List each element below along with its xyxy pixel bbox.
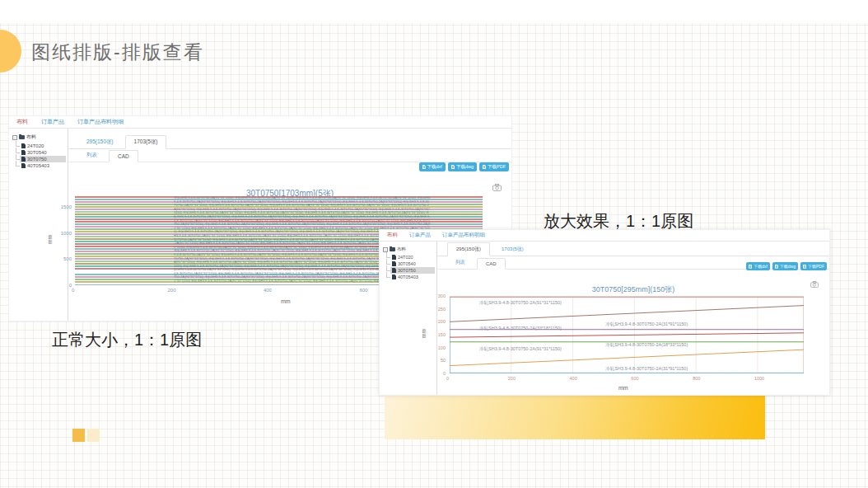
tree-root-label: 布料 [26,134,36,141]
tree-item-24T020[interactable]: 24T020 [20,143,66,149]
y-tick-label: 500 [63,256,72,261]
part-label: 冷轧SH3.9-4.8-30T0750-2A(91*31*1150) [479,346,562,351]
caption-zoom-effect: 放大效果，1：1原图 [544,210,693,232]
file-download-icon [749,265,752,269]
download-buttons: 下载dxf下载dwg下载PDF [746,262,827,270]
caption-normal-size: 正常大小，1：1原图 [52,329,202,351]
size-tab-0[interactable]: 295(150张) [78,136,122,148]
folder-icon [390,247,395,251]
page-title: 图纸排版-排版查看 [31,40,204,65]
file-icon [392,261,396,266]
main-tab-0[interactable]: 布料 [387,232,398,239]
y-tick-label: 1500 [61,204,72,209]
main-tab-2[interactable]: 订单产品布料明细 [442,232,485,239]
x-tick-label: 0 [72,288,74,293]
file-download-icon [451,165,455,169]
download-button-label: 下载PDF [808,264,824,269]
file-download-icon [803,265,806,269]
tree-item-40T05403[interactable]: 40T05403 [390,274,435,280]
tree-root-row[interactable]: −布料 [12,134,66,141]
app-window-zoomed: 布料订单产品订单产品布料明细 −布料24T02030T054030T075040… [379,229,830,396]
x-tick-label: 800 [693,376,700,381]
part-label: 冷轧SH3.9-4.8-30T0750-2A(33*18*1150) [479,326,562,331]
y-tick-label: 1000 [61,231,72,236]
file-icon [392,255,396,260]
y-tick-label: 300 [438,293,446,298]
tree-item-40T05403[interactable]: 40T05403 [20,162,66,169]
file-icon [392,268,396,273]
download-button-label: 下载dwg [456,164,474,170]
collapse-minus-icon[interactable]: − [383,247,388,252]
download-button-0[interactable]: 下载dxf [746,262,770,270]
download-button-label: 下载dxf [754,264,768,269]
tree-item-30T0540[interactable]: 30T0540 [20,149,66,156]
download-button-2[interactable]: 下载PDF [479,162,509,171]
view-tab-0[interactable]: 列表 [447,256,474,269]
deco-square-dark [72,429,85,442]
download-button-label: 下载dwg [780,264,796,269]
series-line [450,333,804,337]
y-axis-ticks: 050010001500 [54,196,73,285]
y-axis-unit: mm [47,235,53,245]
main-tab-2[interactable]: 订单产品布料明细 [77,118,124,126]
y-tick-label: 100 [438,345,446,350]
tree-item-30T0750[interactable]: 30T0750 [20,156,66,162]
file-icon [21,143,26,148]
main-tab-1[interactable]: 订单产品 [41,118,64,126]
x-tick-label: 0 [446,376,449,381]
x-tick-label: 200 [167,288,175,293]
top-white-band [0,0,868,23]
tree-item-label: 40T05403 [27,163,49,168]
download-buttons: 下载dxf下载dwg下载PDF [419,162,509,171]
download-button-0[interactable]: 下载dxf [419,162,446,171]
x-tick-label: 1000 [754,376,764,381]
y-tick-label: 150 [438,332,446,337]
size-tabs: 295(150张)1703(5张) [68,129,511,149]
y-tick-label: 200 [438,319,446,324]
y-tick-label: 0 [443,371,446,376]
download-button-2[interactable]: 下载PDF [800,262,827,270]
tree-item-label: 30T0750 [398,268,416,273]
yellow-gradient-bar [385,394,765,439]
view-tab-0[interactable]: 列表 [78,149,105,162]
tree-item-label: 24T020 [398,255,413,260]
tree-item-30T0750[interactable]: 30T0750 [390,267,435,274]
file-download-icon [422,165,426,169]
tree-root-row[interactable]: −布料 [383,246,435,252]
file-icon [21,157,26,162]
x-axis-unit: mm [618,385,628,391]
tree-item-label: 30T0540 [398,261,416,266]
collapse-minus-icon[interactable]: − [12,135,17,140]
line-chart-plot: 冷轧SH3.9-4.8-30T0750-2A(91*31*1150)冷轧SH3.… [450,296,804,373]
line-chart-svg: 冷轧SH3.9-4.8-30T0750-2A(91*31*1150)冷轧SH3.… [450,296,804,373]
main-tabs: 布料订单产品订单产品布料明细 [9,116,511,129]
main-tab-1[interactable]: 订单产品 [409,232,431,239]
tree-item-24T020[interactable]: 24T020 [390,254,435,260]
folder-icon [19,135,25,139]
view-tab-1[interactable]: CAD [477,258,506,270]
size-tab-0[interactable]: 295(150张) [447,242,490,256]
size-tab-1[interactable]: 1703(5张) [125,135,167,149]
view-tab-1[interactable]: CAD [109,150,138,162]
y-tick-label: 250 [438,307,446,312]
size-tabs: 295(150张)1703(5张) [437,242,829,256]
size-tab-1[interactable]: 1703(5张) [493,243,532,256]
main-tab-0[interactable]: 布料 [16,118,28,126]
series-line [450,306,804,322]
tree-item-label: 30T0750 [27,157,47,162]
y-axis-ticks: 050100150200250300 [427,296,447,373]
part-label: 冷轧SH3.9-4.8-30T0750-2A(91*31*1150) [479,300,562,305]
x-tick-label: 600 [359,288,367,293]
tree-item-label: 24T020 [27,143,44,148]
file-icon [392,274,396,279]
y-axis-unit: mm [421,329,427,339]
series-line [450,350,804,365]
part-label: 冷轧SH3.9-4.8-30T0750-2A(31*91*1150) [605,321,688,326]
download-button-1[interactable]: 下载dwg [448,162,477,171]
y-tick-label: 50 [441,358,446,363]
download-button-1[interactable]: 下载dwg [772,262,798,270]
file-download-icon [775,265,778,269]
tree-item-30T0540[interactable]: 30T0540 [390,260,435,267]
download-button-label: 下载dxf [427,164,442,170]
view-tabs: 列表CAD [68,149,511,162]
